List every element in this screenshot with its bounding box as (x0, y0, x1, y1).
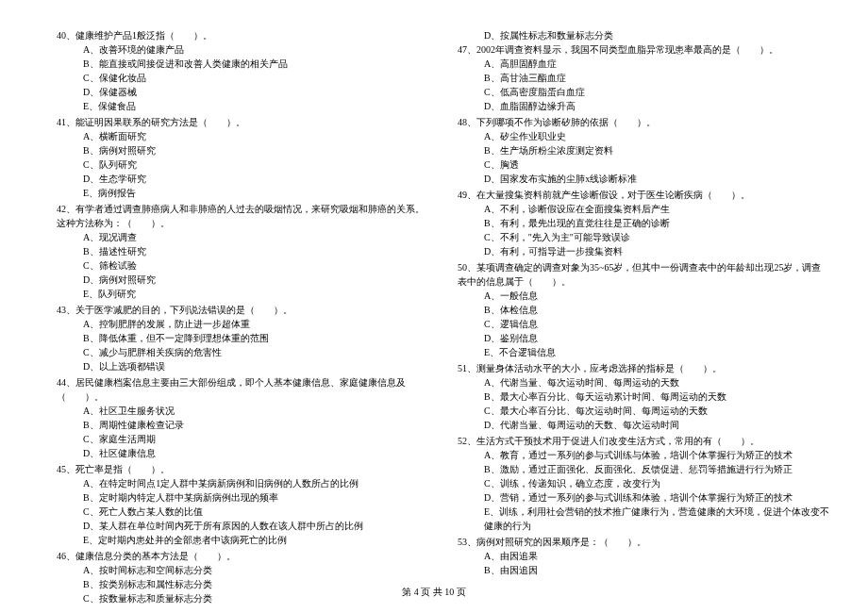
q52-opt-d: D、营销，通过一系列的参与式训练和体验，培训个体掌握行为矫正的技术 (458, 490, 830, 505)
q45-opt-b: B、定时期内特定人群中某病新病例出现的频率 (57, 490, 429, 505)
q52-opt-e: E、训练，利用社会营销的技术推广健康行为，营造健康的大环境，促进个体改变不健康的… (458, 505, 830, 533)
q46-title: 46、健康信息分类的基本方法是（ ）。 (57, 549, 429, 563)
page-columns: 40、健康维护产品1般泛指（ ）。 A、改善环境的健康产品 B、能直接或间接促进… (57, 28, 830, 607)
q48-title: 48、下列哪项不作为诊断矽肺的依据（ ）。 (458, 115, 830, 129)
q40-opt-a: A、改善环境的健康产品 (57, 42, 429, 57)
q45-title: 45、死亡率是指（ ）。 (57, 462, 429, 476)
q40-opt-c: C、保健化妆品 (57, 71, 429, 85)
question-42: 42、有学者通过调查肺癌病人和非肺癌的人过去的吸烟情况，来研究吸烟和肺癌的关系。… (57, 202, 429, 301)
q53-opt-b: B、由因追因 (458, 563, 830, 577)
q49-opt-a: A、不利，诊断假设应在全面搜集资料后产生 (458, 202, 830, 216)
q42-opt-d: D、病例对照研究 (57, 273, 429, 287)
q48-opt-c: C、胸透 (458, 157, 830, 172)
q50-opt-d: D、鉴别信息 (458, 331, 830, 345)
q49-opt-b: B、有利，最先出现的直觉往往是正确的诊断 (458, 216, 830, 230)
q52-opt-c: C、训练，传递知识，确立态度，改变行为 (458, 476, 830, 490)
question-50: 50、某项调查确定的调查对象为35~65岁，但其中一份调查表中的年龄却出现25岁… (458, 260, 830, 359)
q45-opt-d: D、某人群在单位时间内死于所有原因的人数在该人群中所占的比例 (57, 519, 429, 533)
q41-title: 41、能证明因果联系的研究方法是（ ）。 (57, 115, 429, 129)
q47-opt-c: C、低高密度脂蛋白血症 (458, 85, 830, 99)
q52-title: 52、生活方式干预技术用于促进人们改变生活方式，常用的有（ ）。 (458, 434, 830, 448)
q42-opt-c: C、筛检试验 (57, 258, 429, 273)
q47-opt-b: B、高甘油三酯血症 (458, 71, 830, 85)
q47-title: 47、2002年调查资料显示，我国不同类型血脂异常现患率最高的是（ ）。 (458, 42, 830, 57)
q47-opt-a: A、高胆固醇血症 (458, 57, 830, 71)
q42-opt-a: A、现况调查 (57, 230, 429, 244)
q47-opt-d: D、血脂固醇边缘升高 (458, 99, 830, 113)
question-51: 51、测量身体活动水平的大小，应考虑选择的指标是（ ）。 A、代谢当量、每次运动… (458, 361, 830, 432)
q41-opt-c: C、队列研究 (57, 157, 429, 172)
q42-title: 42、有学者通过调查肺癌病人和非肺癌的人过去的吸烟情况，来研究吸烟和肺癌的关系。… (57, 202, 429, 230)
q52-opt-a: A、教育，通过一系列的参与式训练与体验，培训个体掌握行为矫正的技术 (458, 448, 830, 462)
q40-opt-b: B、能直接或间接促进和改善人类健康的相关产品 (57, 57, 429, 71)
q50-title: 50、某项调查确定的调查对象为35~65岁，但其中一份调查表中的年龄却出现25岁… (458, 260, 830, 289)
q44-opt-a: A、社区卫生服务状况 (57, 404, 429, 418)
q51-title: 51、测量身体活动水平的大小，应考虑选择的指标是（ ）。 (458, 361, 830, 375)
question-49: 49、在大量搜集资料前就产生诊断假设，对于医生论断疾病（ ）。 A、不利，诊断假… (458, 188, 830, 258)
q43-opt-a: A、控制肥胖的发展，防止进一步超体重 (57, 317, 429, 331)
q51-opt-a: A、代谢当量、每次运动时间、每周运动的天数 (458, 375, 830, 389)
q44-title: 44、居民健康档案信息主要由三大部份组成，即个人基本健康信息、家庭健康信息及（ … (57, 375, 429, 404)
q40-opt-e: E、保健食品 (57, 99, 429, 113)
question-43: 43、关于医学减肥的目的，下列说法错误的是（ ）。 A、控制肥胖的发展，防止进一… (57, 303, 429, 373)
q43-title: 43、关于医学减肥的目的，下列说法错误的是（ ）。 (57, 303, 429, 317)
question-52: 52、生活方式干预技术用于促进人们改变生活方式，常用的有（ ）。 A、教育，通过… (458, 434, 830, 533)
q51-opt-c: C、最大心率百分比、每次运动时间、每周运动的天数 (458, 404, 830, 418)
q50-opt-c: C、逻辑信息 (458, 317, 830, 331)
q50-opt-b: B、体检信息 (458, 303, 830, 317)
q42-opt-b: B、描述性研究 (57, 244, 429, 258)
q41-opt-d: D、生态学研究 (57, 172, 429, 186)
q45-opt-a: A、在特定时间点1定人群中某病新病例和旧病例的人数所占的比例 (57, 476, 429, 490)
q46-opt-d: D、按属性标志和数量标志分类 (458, 28, 830, 42)
q43-opt-c: C、减少与肥胖相关疾病的危害性 (57, 345, 429, 359)
q42-opt-e: E、队列研究 (57, 287, 429, 301)
q49-opt-d: D、有利，可指导进一步搜集资料 (458, 244, 830, 258)
q48-opt-d: D、国家发布实施的尘肺x线诊断标准 (458, 172, 830, 186)
left-column: 40、健康维护产品1般泛指（ ）。 A、改善环境的健康产品 B、能直接或间接促进… (57, 28, 429, 607)
q51-opt-b: B、最大心率百分比、每天运动累计时间、每周运动的天数 (458, 389, 830, 404)
q50-opt-a: A、一般信息 (458, 289, 830, 303)
q43-opt-d: D、以上选项都错误 (57, 359, 429, 373)
q40-opt-d: D、保健器械 (57, 85, 429, 99)
q46-opt-a: A、按时间标志和空间标志分类 (57, 563, 429, 577)
q45-opt-c: C、死亡人数占某人数的比值 (57, 505, 429, 519)
q53-opt-a: A、由因追果 (458, 549, 830, 563)
page-footer: 第 4 页 共 10 页 (0, 586, 868, 599)
question-41: 41、能证明因果联系的研究方法是（ ）。 A、横断面研究 B、病例对照研究 C、… (57, 115, 429, 200)
q44-opt-d: D、社区健康信息 (57, 446, 429, 460)
question-44: 44、居民健康档案信息主要由三大部份组成，即个人基本健康信息、家庭健康信息及（ … (57, 375, 429, 460)
q45-opt-e: E、定时期内患处并的全部患者中该病死亡的比例 (57, 533, 429, 547)
q48-opt-b: B、生产场所粉尘浓度测定资料 (458, 143, 830, 157)
q44-opt-c: C、家庭生活周期 (57, 432, 429, 446)
question-53: 53、病例对照研究的因果顺序是：（ ）。 A、由因追果 B、由因追因 (458, 535, 830, 577)
q43-opt-b: B、降低体重，但不一定降到理想体重的范围 (57, 331, 429, 345)
question-45: 45、死亡率是指（ ）。 A、在特定时间点1定人群中某病新病例和旧病例的人数所占… (57, 462, 429, 547)
q41-opt-e: E、病例报告 (57, 186, 429, 200)
q40-title: 40、健康维护产品1般泛指（ ）。 (57, 28, 429, 42)
q48-opt-a: A、矽尘作业职业史 (458, 129, 830, 143)
q41-opt-a: A、横断面研究 (57, 129, 429, 143)
question-40: 40、健康维护产品1般泛指（ ）。 A、改善环境的健康产品 B、能直接或间接促进… (57, 28, 429, 113)
question-47: 47、2002年调查资料显示，我国不同类型血脂异常现患率最高的是（ ）。 A、高… (458, 42, 830, 113)
q44-opt-b: B、周期性健康检查记录 (57, 418, 429, 432)
question-48: 48、下列哪项不作为诊断矽肺的依据（ ）。 A、矽尘作业职业史 B、生产场所粉尘… (458, 115, 830, 186)
q51-opt-d: D、代谢当量、每周运动的天数、每次运动时间 (458, 418, 830, 432)
q53-title: 53、病例对照研究的因果顺序是：（ ）。 (458, 535, 830, 549)
right-column: D、按属性标志和数量标志分类 47、2002年调查资料显示，我国不同类型血脂异常… (458, 28, 830, 607)
q41-opt-b: B、病例对照研究 (57, 143, 429, 157)
q50-opt-e: E、不合逻辑信息 (458, 345, 830, 359)
q49-opt-c: C、不利，"先入为主"可能导致误诊 (458, 230, 830, 244)
q52-opt-b: B、激励，通过正面强化、反面强化、反馈促进、惩罚等措施进行行为矫正 (458, 462, 830, 476)
q49-title: 49、在大量搜集资料前就产生诊断假设，对于医生论断疾病（ ）。 (458, 188, 830, 202)
